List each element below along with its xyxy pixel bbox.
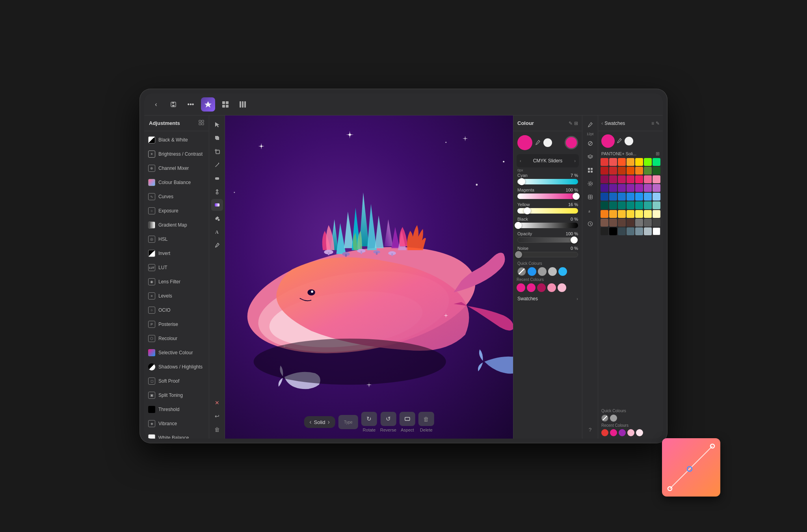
- swatch-cell[interactable]: [618, 227, 626, 235]
- swatch-cell[interactable]: [627, 227, 634, 235]
- swatch-cell[interactable]: [601, 175, 608, 183]
- swatch-cell[interactable]: [609, 158, 617, 166]
- swatch-cell[interactable]: [653, 184, 660, 192]
- noise-track[interactable]: [517, 252, 578, 257]
- erase-tool[interactable]: [211, 172, 223, 184]
- adj-item-ocio[interactable]: ○ OCIO: [144, 303, 209, 317]
- adj-item-levels[interactable]: ≡ Levels: [144, 289, 209, 303]
- noise-thumb[interactable]: [515, 251, 522, 258]
- swatch-cell[interactable]: [609, 193, 617, 201]
- recent-colour-4[interactable]: [547, 283, 556, 292]
- swatch-cell[interactable]: [609, 184, 617, 192]
- quick-colour-gray[interactable]: [538, 267, 547, 276]
- recent-colour-5[interactable]: [558, 283, 566, 292]
- pantone-grid-btn[interactable]: ⊞: [656, 151, 660, 156]
- swatch-cell[interactable]: [635, 158, 643, 166]
- swatch-cell[interactable]: [618, 184, 626, 192]
- swatch-cell[interactable]: [653, 193, 660, 201]
- swatch-cell[interactable]: [627, 175, 634, 183]
- swatch-cell[interactable]: [618, 219, 626, 227]
- swatch-cell[interactable]: [627, 193, 634, 201]
- adj-item-channel-mixer[interactable]: ⊕ Channel Mixer: [144, 161, 209, 175]
- swatch-eyedropper[interactable]: [617, 138, 622, 144]
- adj-item-selective-colour[interactable]: Selective Colour: [144, 346, 209, 360]
- sw-recent-5[interactable]: [636, 429, 643, 436]
- swatch-cell[interactable]: [627, 210, 634, 218]
- adj-item-soft-proof[interactable]: ◻ Soft Proof: [144, 374, 209, 388]
- swatch-cell[interactable]: [627, 158, 634, 166]
- adj-item-hsl[interactable]: ◎ HSL: [144, 232, 209, 246]
- magenta-thumb[interactable]: [573, 193, 580, 200]
- swatch-cell[interactable]: [618, 175, 626, 183]
- swatch-cell[interactable]: [601, 158, 608, 166]
- adj-item-vibrance[interactable]: ◈ Vibrance: [144, 417, 209, 431]
- save-button[interactable]: [166, 97, 180, 112]
- adj-item-colour-balance[interactable]: Colour Balance: [144, 175, 209, 190]
- adj-item-lut[interactable]: LUT LUT: [144, 260, 209, 275]
- swatch-main-colour[interactable]: [601, 134, 615, 148]
- adj-item-black-white[interactable]: Black & White: [144, 133, 209, 147]
- adj-item-exposure[interactable]: ○ Exposure: [144, 204, 209, 218]
- recent-colour-2[interactable]: [527, 283, 536, 292]
- swatch-cell[interactable]: [644, 167, 652, 175]
- swatch-cell[interactable]: [653, 175, 660, 183]
- swatch-cell[interactable]: [609, 175, 617, 183]
- swatch-cell[interactable]: [618, 167, 626, 175]
- transform-btn[interactable]: [584, 191, 596, 203]
- swatch-cell[interactable]: [644, 210, 652, 218]
- swatch-cell[interactable]: [601, 184, 608, 192]
- swatch-cell[interactable]: [601, 210, 608, 218]
- opacity-thumb[interactable]: [571, 236, 578, 244]
- settings-btn[interactable]: [584, 178, 596, 190]
- swatch-cell[interactable]: [653, 158, 660, 166]
- adj-item-brightness-contrast[interactable]: ☀ Brightness / Contrast: [144, 147, 209, 161]
- quick-colour-transparent[interactable]: [517, 267, 526, 276]
- swatch-cell[interactable]: [635, 175, 643, 183]
- eyedropper-tool[interactable]: [211, 239, 223, 251]
- adj-item-curves[interactable]: ∿ Curves: [144, 190, 209, 204]
- cmyk-next[interactable]: ›: [574, 158, 576, 163]
- swatch-cell[interactable]: [653, 210, 660, 218]
- layers-btn[interactable]: [584, 151, 596, 163]
- swatch-cell[interactable]: [609, 167, 617, 175]
- swatch-cell[interactable]: [653, 227, 660, 235]
- sw-recent-4[interactable]: [627, 429, 634, 436]
- fill-tool[interactable]: [211, 212, 223, 224]
- swatch-secondary-colour[interactable]: [625, 137, 633, 145]
- black-track[interactable]: [517, 223, 578, 228]
- adj-item-lens-filter[interactable]: ◉ Lens Filter: [144, 275, 209, 289]
- swatch-cell[interactable]: [653, 167, 660, 175]
- adj-item-posterise[interactable]: P Posterise: [144, 317, 209, 331]
- swatch-cell[interactable]: [635, 219, 643, 227]
- rotate-btn[interactable]: ↻: [361, 412, 377, 426]
- question-btn[interactable]: ?: [584, 424, 596, 435]
- adj-item-invert[interactable]: Invert: [144, 246, 209, 260]
- colour-panel-edit[interactable]: ✎: [569, 121, 573, 126]
- dodge-tool[interactable]: [211, 186, 223, 197]
- adj-item-shadows-highlights[interactable]: Shadows / Highlights: [144, 360, 209, 374]
- adj-item-white-balance[interactable]: White Balance: [144, 431, 209, 439]
- type-next[interactable]: ›: [327, 419, 329, 426]
- swatch-cell[interactable]: [644, 227, 652, 235]
- swatch-cell[interactable]: [644, 184, 652, 192]
- delete-btn[interactable]: 🗑: [418, 412, 434, 426]
- quick-colour-blue[interactable]: [528, 267, 536, 276]
- type-text-btn[interactable]: Type: [338, 415, 358, 429]
- text-tool[interactable]: A: [211, 226, 223, 238]
- swatch-cell[interactable]: [635, 193, 643, 201]
- swatch-cell[interactable]: [644, 175, 652, 183]
- reverse-btn[interactable]: ↺: [380, 412, 396, 426]
- clock-btn[interactable]: [584, 218, 596, 230]
- cmyk-prev[interactable]: ‹: [520, 158, 521, 163]
- erase-right-btn[interactable]: [584, 138, 596, 149]
- swatch-cell[interactable]: [601, 193, 608, 201]
- swatch-cell[interactable]: [609, 201, 617, 209]
- swatch-cell[interactable]: [644, 219, 652, 227]
- cyan-thumb[interactable]: [518, 178, 525, 185]
- secondary-colour-swatch[interactable]: [543, 138, 552, 147]
- swatch-cell[interactable]: [627, 201, 634, 209]
- swatch-cell[interactable]: [635, 167, 643, 175]
- colour-panel-expand[interactable]: ⊞: [574, 121, 578, 126]
- gradient-tool[interactable]: [211, 199, 223, 211]
- swatch-cell[interactable]: [609, 227, 617, 235]
